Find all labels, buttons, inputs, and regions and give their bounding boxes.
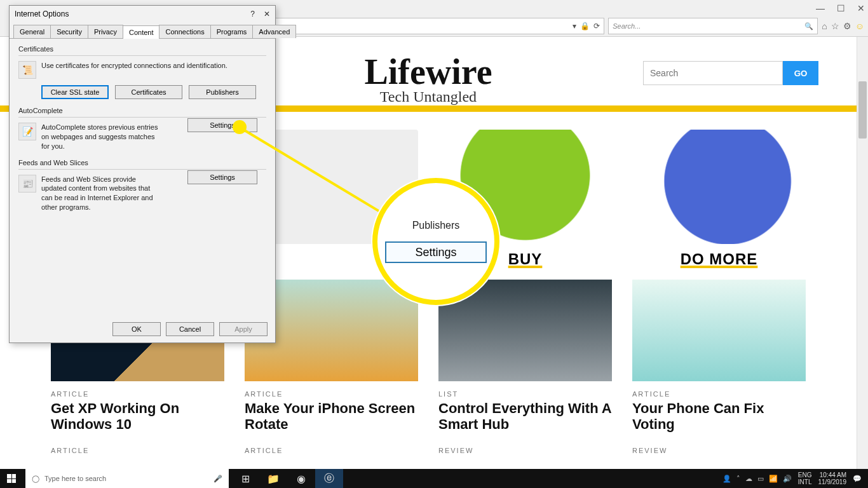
refresh-icon[interactable]: ⟳ — [593, 22, 600, 30]
feeds-desc: Feeds and Web Slices provide updated con… — [41, 175, 162, 212]
card-tag: ARTICLE — [51, 390, 224, 398]
dialog-title: Internet Options — [15, 10, 69, 18]
people-icon[interactable]: 👤 — [722, 475, 731, 483]
autocomplete-desc: AutoComplete stores previous entries on … — [41, 123, 162, 151]
taskbar-search-placeholder: Type here to search — [44, 475, 106, 482]
taskbar-search[interactable]: ◯ Type here to search 🎤 — [25, 469, 229, 488]
browser-search[interactable]: Search... 🔍 — [608, 18, 818, 34]
dialog-tabs: General Security Privacy Content Connect… — [10, 22, 275, 39]
cancel-button[interactable]: Cancel — [166, 322, 214, 336]
mic-icon[interactable]: 🎤 — [214, 475, 222, 483]
card-image[interactable] — [632, 280, 806, 381]
autocomplete-icon: 📝 — [18, 123, 36, 140]
notifications-icon[interactable]: 💬 — [853, 475, 862, 483]
certificates-desc: Use certificates for encrypted connectio… — [41, 61, 266, 71]
lock-icon: 🔒 — [580, 22, 590, 30]
category-domore[interactable]: DO MORE — [632, 250, 806, 268]
clear-ssl-button[interactable]: Clear SSL state — [41, 85, 109, 99]
tab-advanced[interactable]: Advanced — [252, 25, 296, 38]
tab-connections[interactable]: Connections — [159, 25, 210, 38]
internet-options-dialog: Internet Options ? ✕ General Security Pr… — [9, 5, 276, 343]
dialog-footer: OK Cancel Apply — [112, 322, 268, 336]
ie-icon[interactable]: ⓔ — [315, 469, 343, 488]
language-indicator[interactable]: ENGINTL — [798, 471, 812, 485]
card-tag2: ARTICLE — [245, 447, 418, 454]
cortana-icon: ◯ — [32, 475, 39, 483]
zoom-publishers-label: Publishers — [412, 220, 460, 231]
feeds-icon: 📰 — [18, 175, 36, 193]
smiley-icon[interactable]: ☺ — [855, 21, 864, 31]
search-icon[interactable]: 🔍 — [804, 22, 813, 30]
autocomplete-group: AutoComplete 📝 AutoComplete stores previ… — [18, 107, 266, 151]
clock[interactable]: 10:44 AM11/9/2019 — [818, 471, 847, 485]
card-tag2: REVIEW — [632, 447, 806, 454]
dialog-titlebar: Internet Options ? ✕ — [10, 6, 275, 22]
volume-icon[interactable]: 🔊 — [783, 475, 792, 483]
gear-icon[interactable]: ⚙ — [843, 21, 851, 31]
taskbar: ◯ Type here to search 🎤 ⊞ 📁 ◉ ⓔ 👤 ˄ ☁ ▭ … — [0, 469, 868, 488]
tab-programs[interactable]: Programs — [210, 25, 254, 38]
card-title[interactable]: Control Everything With A Smart Hub — [438, 400, 612, 433]
zoom-callout: Publishers Settings — [372, 178, 499, 305]
onedrive-icon[interactable]: ☁ — [745, 475, 752, 483]
card-title[interactable]: Make Your iPhone Screen Rotate — [245, 400, 418, 433]
system-tray[interactable]: 👤 ˄ ☁ ▭ 📶 🔊 — [722, 475, 792, 483]
card-tag: LIST — [438, 390, 612, 398]
home-icon[interactable]: ⌂ — [822, 21, 827, 31]
site-search: GO — [643, 61, 818, 85]
task-view-icon[interactable]: ⊞ — [231, 469, 259, 488]
group-title: AutoComplete — [18, 107, 266, 114]
publishers-button[interactable]: Publishers — [189, 85, 256, 99]
tab-security[interactable]: Security — [50, 25, 88, 38]
callout-dot — [233, 120, 247, 134]
feeds-group: Feeds and Web Slices 📰 Feeds and Web Sli… — [18, 159, 266, 212]
group-title: Certificates — [18, 45, 266, 53]
dialog-close-button[interactable]: ✕ — [264, 10, 270, 18]
favorites-icon[interactable]: ☆ — [831, 21, 839, 31]
dropdown-icon[interactable]: ▾ — [573, 22, 576, 30]
certificates-group: Certificates 📜 Use certificates for encr… — [18, 45, 266, 99]
card-tag: ARTICLE — [632, 390, 806, 398]
apply-button[interactable]: Apply — [219, 322, 268, 336]
file-explorer-icon[interactable]: 📁 — [259, 469, 287, 488]
chevron-up-icon[interactable]: ˄ — [736, 475, 740, 483]
site-logo[interactable]: Lifewire — [364, 51, 492, 92]
search-placeholder: Search... — [613, 22, 641, 30]
group-title: Feeds and Web Slices — [18, 159, 266, 166]
site-tagline: Tech Untangled — [380, 88, 477, 105]
tab-content[interactable]: Content — [123, 25, 160, 39]
site-search-input[interactable] — [643, 61, 783, 85]
zoom-settings-button: Settings — [385, 241, 487, 263]
certificates-button[interactable]: Certificates — [115, 85, 182, 99]
vertical-scrollbar[interactable] — [857, 37, 868, 469]
window-minimize-button[interactable]: — — [816, 3, 825, 12]
chrome-icon[interactable]: ◉ — [287, 469, 315, 488]
feeds-settings-button[interactable]: Settings — [187, 170, 257, 184]
certificate-icon: 📜 — [18, 61, 36, 79]
card-tag: ARTICLE — [245, 390, 418, 398]
card-title[interactable]: Get XP Working On Windows 10 — [51, 400, 224, 433]
card-tag2: ARTICLE — [51, 447, 224, 454]
go-button[interactable]: GO — [783, 61, 818, 85]
window-maximize-button[interactable]: ☐ — [836, 3, 845, 12]
tool-icons: ⌂ ☆ ⚙ ☺ — [822, 21, 864, 31]
start-button[interactable] — [0, 469, 23, 488]
wifi-icon[interactable]: 📶 — [769, 475, 778, 483]
illustration-domore — [632, 130, 806, 244]
tab-general[interactable]: General — [13, 25, 51, 38]
card-title[interactable]: Your Phone Can Fix Voting — [632, 400, 806, 433]
battery-icon[interactable]: ▭ — [757, 475, 764, 483]
card-tag2: REVIEW — [438, 447, 612, 454]
tab-privacy[interactable]: Privacy — [88, 25, 123, 38]
ok-button[interactable]: OK — [112, 322, 161, 336]
help-button[interactable]: ? — [250, 10, 255, 18]
window-close-button[interactable]: ✕ — [857, 3, 865, 12]
